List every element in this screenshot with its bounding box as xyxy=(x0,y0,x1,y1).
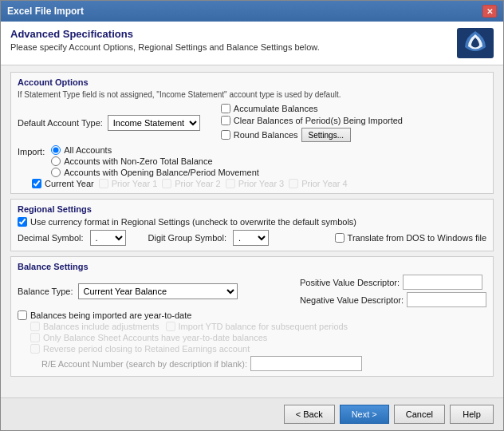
year-checkboxes-row: Current Year Prior Year 1 Prior Year 2 P… xyxy=(32,179,486,188)
radio-all-accounts[interactable] xyxy=(51,145,61,155)
ytd-row: Balances being imported are year-to-date xyxy=(18,310,486,320)
content-area: Account Options If Statement Type field … xyxy=(1,65,503,397)
digit-group-label: Digit Group Symbol: xyxy=(148,233,226,243)
radio-all-label: All Accounts xyxy=(64,145,112,155)
re-account-input[interactable] xyxy=(250,356,362,371)
negative-descriptor-input[interactable] xyxy=(407,292,486,307)
prior-year3-row: Prior Year 3 xyxy=(226,179,284,188)
next-button[interactable]: Next > xyxy=(340,405,389,424)
button-bar: < Back Next > Cancel Help xyxy=(1,397,503,430)
current-year-row: Current Year xyxy=(32,179,94,188)
regional-symbols-row: Decimal Symbol: . , Digit Group Symbol: … xyxy=(18,230,486,246)
round-balances-label: Round Balances xyxy=(234,130,298,140)
ytd-checkbox[interactable] xyxy=(18,310,27,320)
accumulate-balances-checkbox[interactable] xyxy=(221,104,230,113)
only-bs-row: Only Balance Sheet Accounts have year-to… xyxy=(30,333,486,342)
logo-icon xyxy=(457,28,494,58)
settings-button[interactable]: Settings... xyxy=(301,128,351,142)
prior-year2-row: Prior Year 2 xyxy=(162,179,220,188)
negative-descriptor-row: Negative Value Descriptor: xyxy=(300,292,486,307)
only-bs-checkbox[interactable] xyxy=(30,333,40,342)
positive-descriptor-row: Positive Value Descriptor: xyxy=(300,275,486,290)
adj-ytd-row: Balances include adjustments Import YTD … xyxy=(18,322,486,331)
balance-settings-section: Balance Settings Balance Type: Current Y… xyxy=(10,256,494,377)
balance-type-row: Balance Type: Current Year Balance Prior… xyxy=(18,275,486,307)
import-ytd-label: Import YTD balance for subsequent period… xyxy=(179,322,348,331)
radio-nonzero[interactable] xyxy=(51,156,61,166)
header-subtitle: Please specify Account Options, Regional… xyxy=(10,42,320,52)
title-bar-controls: ✕ xyxy=(482,5,497,18)
prior-year3-label: Prior Year 3 xyxy=(238,179,284,188)
clear-balances-label: Clear Balances of Period(s) Being Import… xyxy=(234,116,403,125)
header-text: Advanced Specifications Please specify A… xyxy=(10,28,320,52)
radio-opening-row: Accounts with Opening Balance/Period Mov… xyxy=(51,168,259,177)
positive-descriptor-input[interactable] xyxy=(403,275,482,290)
prior-year4-checkbox[interactable] xyxy=(289,179,298,188)
default-account-label: Default Account Type: xyxy=(18,118,103,128)
reverse-period-checkbox[interactable] xyxy=(30,344,40,354)
use-currency-row: Use currency format in Regional Settings… xyxy=(18,217,486,227)
include-adj-row: Balances include adjustments xyxy=(30,322,159,331)
prior-year2-checkbox[interactable] xyxy=(162,179,171,188)
include-adj-label: Balances include adjustments xyxy=(43,322,159,331)
prior-year4-label: Prior Year 4 xyxy=(301,179,347,188)
negative-descriptor-label: Negative Value Descriptor: xyxy=(300,295,404,305)
positive-descriptor-label: Positive Value Descriptor: xyxy=(300,278,400,287)
window-title: Excel File Import xyxy=(7,6,84,17)
radio-nonzero-label: Accounts with Non-Zero Total Balance xyxy=(64,156,212,166)
regional-settings-section: Regional Settings Use currency format in… xyxy=(10,199,494,251)
reverse-period-row: Reverse period closing to Retained Earni… xyxy=(30,344,486,354)
close-button[interactable]: ✕ xyxy=(482,5,497,18)
current-year-checkbox[interactable] xyxy=(32,179,41,188)
include-adj-checkbox[interactable] xyxy=(30,322,40,331)
use-currency-checkbox[interactable] xyxy=(18,217,27,227)
prior-year2-label: Prior Year 2 xyxy=(175,179,220,188)
account-options-section: Account Options If Statement Type field … xyxy=(10,72,494,194)
header-title: Advanced Specifications xyxy=(10,28,320,40)
translate-checkbox[interactable] xyxy=(335,233,345,243)
import-label: Import: xyxy=(18,147,45,156)
header-area: Advanced Specifications Please specify A… xyxy=(1,22,503,65)
clear-balances-checkbox[interactable] xyxy=(221,116,230,125)
radio-nonzero-row: Accounts with Non-Zero Total Balance xyxy=(51,156,259,166)
cancel-button[interactable]: Cancel xyxy=(394,405,445,424)
regional-settings-title: Regional Settings xyxy=(18,204,486,214)
digit-group-select[interactable]: . , xyxy=(233,230,269,246)
round-balances-checkbox[interactable] xyxy=(221,130,230,140)
accumulate-balances-label: Accumulate Balances xyxy=(234,104,318,113)
balance-checkboxes: Balances being imported are year-to-date… xyxy=(18,310,486,371)
decimal-symbol-select[interactable]: . , xyxy=(90,230,126,246)
default-account-row: Default Account Type: Income Statement B… xyxy=(18,104,486,142)
prior-year4-row: Prior Year 4 xyxy=(289,179,347,188)
current-year-label: Current Year xyxy=(45,179,94,188)
prior-year1-checkbox[interactable] xyxy=(99,179,108,188)
radio-all-row: All Accounts xyxy=(51,145,259,155)
radio-opening-label: Accounts with Opening Balance/Period Mov… xyxy=(64,168,259,177)
balance-settings-title: Balance Settings xyxy=(18,262,486,271)
prior-year1-row: Prior Year 1 xyxy=(99,179,157,188)
import-ytd-row: Import YTD balance for subsequent period… xyxy=(166,322,348,331)
balance-descriptors: Positive Value Descriptor: Negative Valu… xyxy=(300,275,486,307)
translate-label: Translate from DOS to Windows file xyxy=(348,233,486,243)
radio-opening[interactable] xyxy=(51,168,61,177)
prior-year1-label: Prior Year 1 xyxy=(112,179,157,188)
use-currency-label: Use currency format in Regional Settings… xyxy=(30,217,356,227)
main-window: Excel File Import ✕ Advanced Specificati… xyxy=(0,0,504,431)
import-ytd-checkbox[interactable] xyxy=(166,322,175,331)
reverse-period-label: Reverse period closing to Retained Earni… xyxy=(43,344,250,354)
title-bar: Excel File Import ✕ xyxy=(1,1,503,22)
round-balances-row: Round Balances Settings... xyxy=(221,128,403,142)
import-radio-group: All Accounts Accounts with Non-Zero Tota… xyxy=(51,145,259,177)
back-button[interactable]: < Back xyxy=(284,405,335,424)
balance-type-label: Balance Type: xyxy=(18,287,73,296)
translate-row: Translate from DOS to Windows file xyxy=(335,233,486,243)
re-account-label: R/E Account Number (search by descriptio… xyxy=(41,359,247,369)
prior-year3-checkbox[interactable] xyxy=(226,179,235,188)
default-account-select[interactable]: Income Statement Balance Sheet xyxy=(108,115,200,131)
account-options-title: Account Options xyxy=(18,77,486,87)
help-button[interactable]: Help xyxy=(450,405,494,424)
clear-balances-row: Clear Balances of Period(s) Being Import… xyxy=(221,116,403,125)
ytd-label: Balances being imported are year-to-date xyxy=(30,310,191,320)
only-bs-label: Only Balance Sheet Accounts have year-to… xyxy=(43,333,267,342)
balance-type-select[interactable]: Current Year Balance Prior Year Balance xyxy=(78,283,238,299)
